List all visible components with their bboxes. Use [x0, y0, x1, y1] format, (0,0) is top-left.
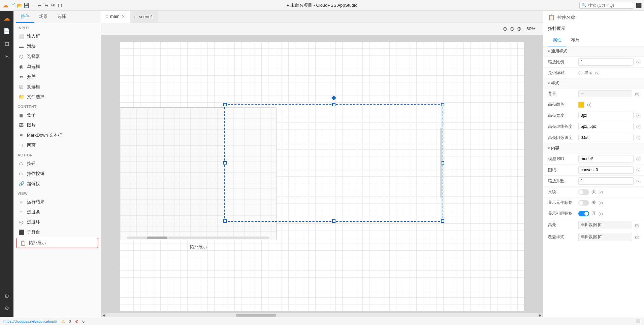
search-input[interactable]: [588, 3, 629, 8]
sidebar-layers[interactable]: ⊞: [1, 38, 13, 50]
overlay-style-btn[interactable]: 编辑数据 [0]: [578, 233, 632, 241]
comp-box[interactable]: ▣盒子: [13, 110, 101, 120]
comp-markdown[interactable]: ≡MarkDown 文本框: [13, 130, 101, 140]
props-tab-attributes[interactable]: 属性: [548, 34, 566, 46]
show-comp-label-toggle[interactable]: [578, 200, 589, 206]
topo-widget[interactable]: [224, 104, 443, 222]
tab-main[interactable]: □ main ✕: [101, 11, 130, 23]
comp-progress-ring[interactable]: ◎进度环: [13, 217, 101, 227]
canvas-input[interactable]: [578, 166, 634, 174]
canvas-scroll-left[interactable]: ◀: [101, 313, 106, 317]
scale-x[interactable]: (x): [636, 60, 641, 64]
new-file-icon[interactable]: 📄: [10, 3, 15, 8]
highlight-color-box[interactable]: [578, 102, 584, 108]
model-rid-input[interactable]: [578, 155, 634, 162]
zoom-out-btn[interactable]: ⊖: [503, 26, 507, 32]
box-icon: ▣: [18, 112, 24, 118]
comp-radio[interactable]: ◉单选框: [13, 62, 101, 72]
sidebar-settings[interactable]: ⚙: [1, 290, 13, 302]
comp-link[interactable]: 🔗超链接: [13, 179, 101, 189]
comp-substage[interactable]: ⬛子舞台: [13, 227, 101, 237]
handle-bl[interactable]: [223, 219, 227, 223]
search-box[interactable]: 🔍: [579, 2, 633, 9]
comp-input-box[interactable]: ⬜输入框: [13, 31, 101, 41]
readonly-x[interactable]: (x): [599, 190, 603, 194]
highlight-data-x[interactable]: (x): [635, 223, 639, 227]
dash-length-x[interactable]: (x): [636, 124, 641, 129]
undo-icon[interactable]: ↩: [37, 3, 42, 8]
row-show-pin-label: 显示引脚标签 开 (x): [543, 208, 644, 219]
handle-tl[interactable]: [223, 103, 227, 106]
title-bar-right: 🔍 ⬛: [579, 2, 641, 9]
tab-controls[interactable]: 控件: [16, 11, 34, 23]
tab-scene1[interactable]: □ scene1: [130, 11, 158, 23]
dash-length-input[interactable]: [578, 123, 634, 130]
scale-factor-input[interactable]: [578, 177, 634, 185]
comp-progress-bar[interactable]: ≡进度条: [13, 207, 101, 217]
highlight-width-input[interactable]: [578, 112, 634, 119]
section-view: VIEW: [13, 189, 101, 197]
scale-input[interactable]: [578, 58, 634, 66]
comp-file[interactable]: 📁文件选择: [13, 92, 101, 102]
canvas-scroll-right[interactable]: ▶: [538, 313, 543, 317]
sidebar-settings2[interactable]: ⚙: [1, 302, 13, 314]
comp-button[interactable]: ⬭按钮: [13, 158, 101, 169]
comp-checkbox[interactable]: ☑复选框: [13, 82, 101, 92]
sidebar-logo[interactable]: ☁: [1, 12, 13, 24]
sub-panel-scrollbar-thumb[interactable]: [147, 237, 167, 239]
slider-icon: ▬: [18, 44, 24, 49]
hidden-x[interactable]: (x): [595, 71, 600, 75]
handle-ml[interactable]: [223, 161, 227, 165]
handle-bc[interactable]: [332, 219, 335, 223]
highlight-color-x[interactable]: (x): [587, 103, 591, 107]
show-pin-label-toggle[interactable]: [578, 211, 589, 216]
comp-selector[interactable]: ⬡选择器: [13, 51, 101, 62]
tab-select[interactable]: 选择: [53, 11, 71, 23]
open-folder-icon[interactable]: 📂: [17, 3, 22, 8]
comp-switch[interactable]: ⇔开关: [13, 72, 101, 82]
comp-image[interactable]: 🖼图片: [13, 120, 101, 130]
overlay-style-x[interactable]: (x): [635, 235, 639, 239]
canvas-hscroll-thumb[interactable]: [236, 314, 276, 317]
sidebar-file[interactable]: 📄: [1, 25, 13, 37]
sidebar-tools[interactable]: ✂: [1, 50, 13, 63]
blink-speed-input[interactable]: [578, 134, 634, 141]
comp-webpage[interactable]: □网页: [13, 140, 101, 150]
title-bar: ☁ 📄 📂 💾 ⋮ ↩ ↪ 👁 ⬡ ● 未命名项目 - CloudPSS App…: [0, 0, 644, 11]
bg-x[interactable]: (x): [635, 92, 639, 96]
canvas-hscroll[interactable]: ◀ ▶: [101, 313, 543, 317]
zoom-fit-btn[interactable]: ⊙: [510, 26, 514, 32]
save-icon[interactable]: 💾: [24, 3, 29, 8]
props-tab-layout[interactable]: 布局: [566, 34, 584, 46]
window-icon[interactable]: ⬛: [636, 3, 641, 8]
app-icon[interactable]: ☁: [3, 3, 8, 8]
comp-action-button[interactable]: ⬭操作按钮: [13, 169, 101, 179]
window-title: ● 未命名项目 - CloudPSS AppStudio: [287, 2, 358, 8]
sub-panel-scrollbar[interactable]: [127, 237, 269, 239]
show-comp-label-x[interactable]: (x): [599, 201, 603, 205]
hidden-radio[interactable]: 显示: [578, 70, 592, 76]
canvas-x[interactable]: (x): [636, 168, 641, 172]
menu-icon[interactable]: ⋮: [30, 3, 36, 8]
blink-speed-x[interactable]: (x): [636, 136, 641, 140]
comp-slider[interactable]: ▬滑块: [13, 41, 101, 51]
expand-icon[interactable]: ⬜: [636, 319, 641, 323]
readonly-toggle[interactable]: [578, 189, 589, 195]
model-rid-x[interactable]: (x): [636, 157, 641, 161]
comp-run-result[interactable]: ≡运行结果: [13, 197, 101, 207]
scale-factor-x[interactable]: (x): [636, 179, 641, 183]
show-pin-label-x[interactable]: (x): [599, 212, 603, 216]
preview-icon[interactable]: 👁: [51, 3, 56, 8]
bg-edit-btn[interactable]: ✏: [578, 90, 632, 97]
tab-main-close[interactable]: ✕: [122, 14, 125, 19]
highlight-data-btn[interactable]: 编辑数据 [0]: [578, 221, 632, 229]
zoom-in-btn[interactable]: ⊕: [517, 26, 521, 32]
comp-topo[interactable]: 📋拓扑展示: [16, 238, 98, 248]
row-dash-length: 高亮虚线长度 (x): [543, 121, 644, 132]
canvas-wrapper[interactable]: 拓扑展示: [101, 35, 543, 313]
highlight-width-x[interactable]: (x): [636, 113, 641, 117]
redo-icon[interactable]: ↪: [44, 3, 49, 8]
tab-scene[interactable]: 场景: [34, 11, 53, 23]
export-icon[interactable]: ⬡: [57, 3, 63, 8]
handle-tc[interactable]: [332, 103, 335, 106]
